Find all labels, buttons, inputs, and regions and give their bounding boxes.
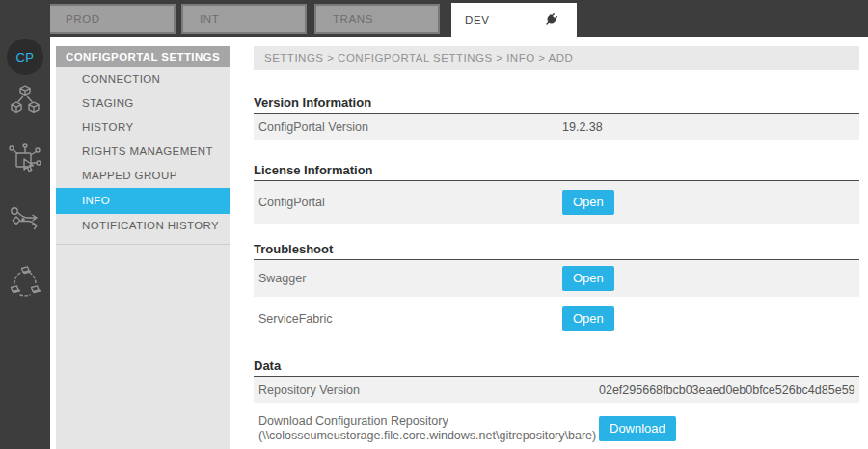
download-repo-label: Download Configuration Repository xyxy=(258,414,599,429)
open-servicefabric-button[interactable]: Open xyxy=(562,306,614,331)
app-sidebar: CP xyxy=(0,0,50,449)
section-data: Data Repository Version 02ef295668fbcb03… xyxy=(254,358,859,449)
tab-int[interactable]: INT xyxy=(181,4,307,34)
row-label: ConfigPortal Version xyxy=(258,120,562,134)
row-label: ServiceFabric xyxy=(258,312,562,326)
workflow-icon[interactable] xyxy=(8,202,42,237)
tab-int-label: INT xyxy=(200,13,219,25)
touch-network-icon[interactable] xyxy=(8,143,42,177)
tab-dev-label: DEV xyxy=(465,14,489,26)
row-servicefabric: ServiceFabric Open xyxy=(254,301,859,337)
tab-dev[interactable]: DEV xyxy=(451,3,577,37)
tab-prod[interactable]: PROD xyxy=(47,4,176,34)
nav-item-connection[interactable]: CONNECTION xyxy=(56,67,230,92)
section-title: Version Information xyxy=(254,95,859,114)
cubes-icon[interactable] xyxy=(8,83,42,118)
nav-item-notification-history[interactable]: NOTIFICATION HISTORY xyxy=(56,214,230,238)
plug-icon xyxy=(543,12,559,28)
download-repository-button[interactable]: Download xyxy=(599,416,676,441)
breadcrumb: SETTINGS > CONFIGPORTAL SETTINGS > INFO … xyxy=(254,46,859,70)
nav-header: CONFIGPORTAL SETTINGS xyxy=(56,46,230,67)
section-version-information: Version Information ConfigPortal Version… xyxy=(254,95,859,140)
row-label: Download Configuration Repository (\\col… xyxy=(258,414,599,443)
row-label: Swagger xyxy=(258,272,562,285)
configportal-version-value: 19.2.38 xyxy=(562,120,603,134)
nav-item-mapped-group[interactable]: MAPPED GROUP xyxy=(56,164,230,188)
row-configportal-license: ConfigPortal Open xyxy=(254,181,859,224)
section-title: Troubleshoot xyxy=(254,242,859,260)
tab-trans[interactable]: TRANS xyxy=(314,4,440,34)
row-label: ConfigPortal xyxy=(258,196,562,209)
open-license-button[interactable]: Open xyxy=(562,190,614,215)
row-label: Repository Version xyxy=(258,383,599,397)
main-content: SETTINGS > CONFIGPORTAL SETTINGS > INFO … xyxy=(254,37,859,449)
environment-tab-bar: PROD INT TRANS DEV xyxy=(0,0,868,37)
row-configportal-version: ConfigPortal Version 19.2.38 xyxy=(254,114,859,140)
section-title: Data xyxy=(254,358,859,377)
nav-item-staging[interactable]: STAGING xyxy=(56,92,230,116)
section-license-information: License Information ConfigPortal Open xyxy=(254,163,859,224)
nav-separator xyxy=(56,244,230,245)
repository-version-value: 02ef295668fbcb03eaed0eb0bfce526bc4d85e59 xyxy=(599,383,855,397)
section-title: License Information xyxy=(254,163,859,181)
download-repo-path: (\\colosseumeustorage.file.core.windows.… xyxy=(258,429,599,443)
nav-item-history[interactable]: HISTORY xyxy=(56,116,230,140)
cluster-icon[interactable] xyxy=(8,264,42,299)
row-swagger: Swagger Open xyxy=(254,260,859,297)
avatar[interactable]: CP xyxy=(7,39,43,75)
tab-trans-label: TRANS xyxy=(333,13,373,25)
nav-item-info[interactable]: INFO xyxy=(56,188,230,214)
nav-item-rights-management[interactable]: RIGHTS MANAGEMENT xyxy=(56,140,230,164)
section-troubleshoot: Troubleshoot Swagger Open ServiceFabric … xyxy=(254,242,859,337)
settings-nav-panel: CONFIGPORTAL SETTINGS CONNECTION STAGING… xyxy=(56,46,230,449)
row-repository-version: Repository Version 02ef295668fbcb03eaed0… xyxy=(254,377,859,403)
row-download-repository: Download Configuration Repository (\\col… xyxy=(254,407,859,449)
tab-prod-label: PROD xyxy=(66,13,100,25)
open-swagger-button[interactable]: Open xyxy=(562,266,614,291)
configportal-app: PROD INT TRANS DEV CP xyxy=(0,0,868,449)
